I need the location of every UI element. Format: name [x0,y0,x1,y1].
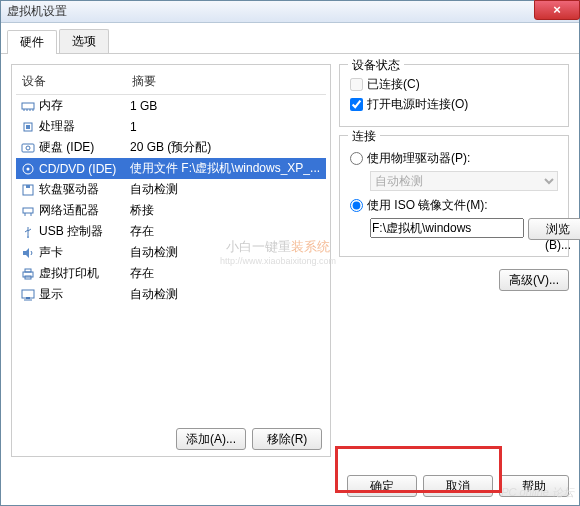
device-row[interactable]: 网络适配器桥接 [16,200,326,221]
svg-point-8 [26,146,30,150]
svg-rect-12 [26,185,30,188]
advanced-button[interactable]: 高级(V)... [499,269,569,291]
device-summary: 使用文件 F:\虚拟机\windows_XP_... [130,160,322,177]
device-summary: 20 GB (预分配) [130,139,322,156]
device-summary: 自动检测 [130,244,322,261]
remove-button[interactable]: 移除(R) [252,428,322,450]
device-list-header: 设备 摘要 [16,69,326,95]
physical-radio-row[interactable]: 使用物理驱动器(P): [350,150,558,167]
window-title: 虚拟机设置 [7,3,67,20]
device-name: USB 控制器 [39,223,103,240]
help-button[interactable]: 帮助 [499,475,569,497]
device-name: 显示 [39,286,63,303]
poweron-label: 打开电源时连接(O) [367,96,468,113]
device-summary: 桥接 [130,202,322,219]
tab-hardware[interactable]: 硬件 [7,30,57,54]
physical-drive-select[interactable]: 自动检测 [370,171,558,191]
titlebar: 虚拟机设置 × [1,1,579,23]
header-device: 设备 [22,73,132,90]
device-name: 软盘驱动器 [39,181,99,198]
printer-icon [20,267,36,281]
iso-file-row: 浏览(B)... [370,218,558,240]
connection-group: 连接 使用物理驱动器(P): 自动检测 使用 ISO 镜像文件(M): 浏览 [339,135,569,257]
advanced-row: 高级(V)... [339,269,569,291]
device-name: 内存 [39,97,63,114]
device-name: 虚拟打印机 [39,265,99,282]
svg-rect-20 [22,290,34,298]
device-status-title: 设备状态 [348,57,404,74]
sound-icon [20,246,36,260]
tab-options[interactable]: 选项 [59,29,109,53]
mem-icon [20,99,36,113]
floppy-icon [20,183,36,197]
device-row[interactable]: CD/DVD (IDE)使用文件 F:\虚拟机\windows_XP_... [16,158,326,179]
cd-icon [20,162,36,176]
iso-radio[interactable] [350,199,363,212]
iso-label: 使用 ISO 镜像文件(M): [367,197,488,214]
cpu-icon [20,120,36,134]
browse-button[interactable]: 浏览(B)... [528,218,580,240]
vm-settings-window: 虚拟机设置 × 硬件 选项 设备 摘要 内存1 GB处理器1硬盘 (IDE)20… [0,0,580,506]
device-row[interactable]: 内存1 GB [16,95,326,116]
dialog-footer: 确定 取消 帮助 [1,467,579,505]
device-panel-footer: 添加(A)... 移除(R) [16,422,326,452]
add-button[interactable]: 添加(A)... [176,428,246,450]
dialog-body: 设备 摘要 内存1 GB处理器1硬盘 (IDE)20 GB (预分配)CD/DV… [1,54,579,467]
physical-drive-row: 自动检测 [370,171,558,191]
connected-checkbox[interactable] [350,78,363,91]
display-icon [20,288,36,302]
device-row[interactable]: 声卡自动检测 [16,242,326,263]
svg-rect-7 [22,144,34,152]
properties-panel: 设备状态 已连接(C) 打开电源时连接(O) 连接 使用物理驱动器(P): [339,64,569,457]
device-name: 硬盘 (IDE) [39,139,94,156]
device-name: 处理器 [39,118,75,135]
device-row[interactable]: 处理器1 [16,116,326,137]
svg-rect-18 [25,269,31,272]
device-row[interactable]: 硬盘 (IDE)20 GB (预分配) [16,137,326,158]
device-summary: 存在 [130,265,322,282]
device-summary: 自动检测 [130,286,322,303]
usb-icon [20,225,36,239]
device-summary: 1 [130,120,322,134]
device-name: CD/DVD (IDE) [39,162,116,176]
device-name: 网络适配器 [39,202,99,219]
physical-radio[interactable] [350,152,363,165]
device-list[interactable]: 内存1 GB处理器1硬盘 (IDE)20 GB (预分配)CD/DVD (IDE… [16,95,326,422]
device-panel: 设备 摘要 内存1 GB处理器1硬盘 (IDE)20 GB (预分配)CD/DV… [11,64,331,457]
device-summary: 自动检测 [130,181,322,198]
device-summary: 存在 [130,223,322,240]
iso-path-input[interactable] [370,218,524,238]
svg-point-16 [27,236,29,238]
hdd-icon [20,141,36,155]
ok-button[interactable]: 确定 [347,475,417,497]
svg-rect-0 [22,103,34,109]
device-row[interactable]: USB 控制器存在 [16,221,326,242]
svg-rect-6 [26,125,30,129]
connection-title: 连接 [348,128,380,145]
svg-point-10 [27,167,30,170]
header-summary: 摘要 [132,73,320,90]
close-button[interactable]: × [534,0,580,20]
device-status-group: 设备状态 已连接(C) 打开电源时连接(O) [339,64,569,127]
connected-checkbox-row[interactable]: 已连接(C) [350,76,558,93]
poweron-checkbox-row[interactable]: 打开电源时连接(O) [350,96,558,113]
device-row[interactable]: 软盘驱动器自动检测 [16,179,326,200]
iso-radio-row[interactable]: 使用 ISO 镜像文件(M): [350,197,558,214]
device-row[interactable]: 虚拟打印机存在 [16,263,326,284]
cancel-button[interactable]: 取消 [423,475,493,497]
device-name: 声卡 [39,244,63,261]
device-row[interactable]: 显示自动检测 [16,284,326,305]
connected-label: 已连接(C) [367,76,420,93]
poweron-checkbox[interactable] [350,98,363,111]
tab-bar: 硬件 选项 [1,23,579,54]
device-summary: 1 GB [130,99,322,113]
physical-label: 使用物理驱动器(P): [367,150,470,167]
svg-rect-13 [23,208,33,213]
net-icon [20,204,36,218]
